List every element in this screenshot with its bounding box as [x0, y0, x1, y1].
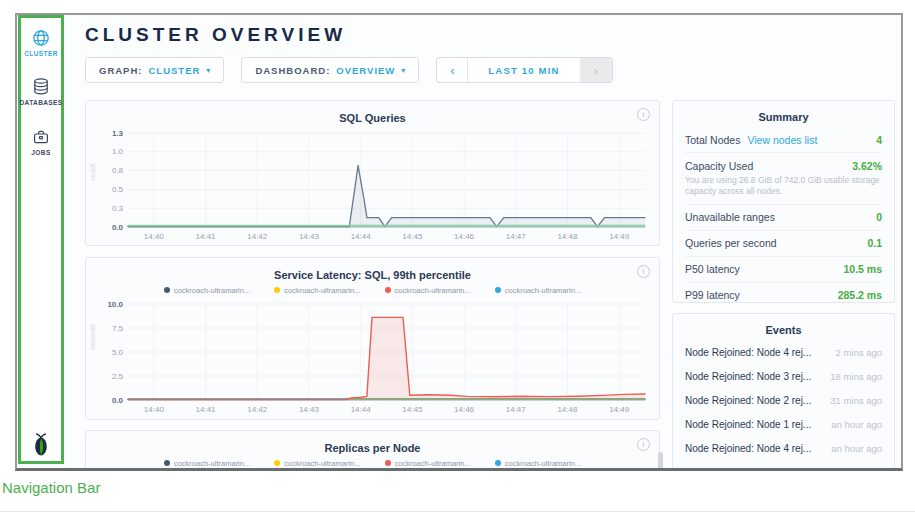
cockroachdb-logo[interactable] [30, 432, 52, 457]
x-axis-tick-label: 14:42 [247, 405, 268, 414]
sidebar-item-cluster[interactable]: CLUSTER [24, 29, 58, 57]
summary-row-value: 3.62% [852, 160, 882, 172]
sidebar-item-databases[interactable]: DATABASES [19, 77, 62, 106]
info-icon[interactable]: i [637, 108, 650, 121]
navigation-bar-annotation-label: Navigation Bar [2, 479, 100, 496]
summary-row: P50 latency10.5 ms [685, 256, 882, 282]
cluster-globe-icon [32, 29, 50, 47]
events-rows: Node Rejoined: Node 4 rej...2 mins agoNo… [673, 340, 894, 460]
y-axis-tick-label: 0.0 [112, 223, 124, 232]
chart-title: SQL Queries [339, 112, 405, 124]
summary-row-label: Total Nodes [685, 134, 740, 146]
service-latency-chart: 14:4014:4114:4214:4314:4414:4514:4614:47… [92, 298, 653, 416]
event-row: Node Rejoined: Node 4 rej...2 mins ago [685, 340, 882, 364]
cockroachdb-logo-icon [30, 432, 52, 457]
y-axis-tick-label: 0.0 [112, 396, 124, 405]
event-time: an hour ago [831, 443, 882, 454]
x-axis-tick-label: 14:47 [506, 232, 527, 241]
chevron-down-icon: ▾ [206, 66, 210, 75]
x-axis-tick-label: 14:49 [609, 232, 630, 241]
event-text: Node Rejoined: Node 1 rej... [685, 419, 811, 430]
legend-dot [495, 460, 501, 466]
legend-item: cockroach-ultramarin... [274, 457, 360, 469]
legend-dot [164, 287, 170, 293]
summary-panel: Summary Total NodesView nodes list4Capac… [672, 100, 895, 303]
dashboard-dropdown[interactable]: DASHBOARD: OVERVIEW ▾ [241, 57, 419, 83]
legend-label: cockroach-ultramarin... [174, 459, 250, 468]
sidebar-item-label: CLUSTER [24, 50, 58, 57]
y-axis-tick-label: 1.0 [112, 147, 124, 156]
time-prev-button[interactable]: ‹ [437, 58, 468, 82]
x-axis-tick-label: 14:40 [144, 405, 165, 414]
x-axis-tick-label: 14:48 [557, 232, 578, 241]
x-axis-tick-label: 14:40 [144, 232, 165, 241]
graph-dropdown[interactable]: GRAPH: CLUSTER ▾ [85, 57, 224, 83]
info-icon[interactable]: i [637, 438, 650, 451]
summary-row-value: 285.2 ms [838, 289, 882, 301]
legend-label: cockroach-ultramarin... [174, 286, 250, 295]
summary-row: Queries per second0.1 [685, 230, 882, 256]
y-axis-tick-label: 7.5 [112, 324, 124, 333]
legend-item: cockroach-ultramarin... [164, 284, 250, 296]
legend-dot [274, 287, 280, 293]
summary-row-label: Queries per second [685, 237, 777, 249]
legend-label: cockroach-ultramarin... [284, 286, 360, 295]
summary-row-label: Unavailable ranges [685, 211, 775, 223]
x-axis-tick-label: 14:45 [402, 405, 423, 414]
x-axis-tick-label: 14:44 [351, 405, 372, 414]
chart-title: Service Latency: SQL, 99th percentile [274, 269, 471, 281]
y-axis-tick-label: 2.5 [112, 372, 124, 381]
event-text: Node Rejoined: Node 4 rej... [685, 443, 811, 454]
summary-title: Summary [673, 101, 894, 127]
time-window-selector: ‹ LAST 10 MIN › [436, 57, 612, 83]
dashboard-controls: GRAPH: CLUSTER ▾ DASHBOARD: OVERVIEW ▾ ‹… [85, 57, 613, 83]
chart-legend: cockroach-ultramarin...cockroach-ultrama… [86, 284, 659, 296]
legend-dot [164, 460, 170, 466]
graph-dropdown-label: GRAPH: [99, 65, 142, 76]
summary-row: Capacity Used3.62%You are using 26.8 GiB… [685, 152, 882, 204]
time-range-label[interactable]: LAST 10 MIN [468, 58, 579, 82]
legend-item: cockroach-ultramarin... [385, 284, 471, 296]
x-axis-tick-label: 14:47 [506, 405, 527, 414]
legend-label: cockroach-ultramarin... [505, 459, 581, 468]
y-axis-label: seconds [89, 324, 96, 350]
navigation-bar-highlight: CLUSTER DATABASES [18, 15, 64, 464]
y-axis-label: count [89, 164, 96, 181]
x-axis-tick-label: 14:42 [247, 232, 268, 241]
event-time: 18 mins ago [830, 371, 882, 382]
x-axis-tick-label: 14:45 [402, 232, 423, 241]
graph-dropdown-value: CLUSTER [148, 65, 200, 76]
legend-dot [385, 287, 391, 293]
sql-queries-chart-card: SQL Queries i count 14:4014:4114:4214:43… [85, 100, 660, 246]
summary-row-label: P50 latency [685, 263, 740, 275]
y-axis-tick-label: 0.3 [112, 204, 124, 213]
summary-row: Unavailable ranges0 [685, 204, 882, 230]
y-axis-tick-label: 5.0 [112, 348, 124, 357]
legend-item: cockroach-ultramarin... [495, 457, 581, 469]
time-next-button[interactable]: › [580, 58, 612, 82]
legend-dot [385, 460, 391, 466]
summary-row-value: 0 [876, 211, 882, 223]
replicas-per-node-chart-card: Replicas per Node i cockroach-ultramarin… [85, 430, 660, 471]
event-time: 2 mins ago [836, 347, 882, 358]
page-title: CLUSTER OVERVIEW [85, 24, 346, 46]
view-nodes-link[interactable]: View nodes list [747, 134, 817, 146]
chart-title: Replicas per Node [325, 442, 421, 454]
legend-item: cockroach-ultramarin... [495, 284, 581, 296]
jobs-briefcase-icon [32, 128, 50, 146]
databases-icon [32, 77, 50, 96]
scrollbar-thumb[interactable] [658, 452, 663, 469]
x-axis-tick-label: 14:46 [454, 405, 475, 414]
sidebar-item-jobs[interactable]: JOBS [31, 128, 50, 156]
summary-row-label: Capacity Used [685, 160, 753, 172]
summary-row-subtext: You are using 26.8 GiB of 742.0 GiB usab… [685, 175, 882, 198]
event-time: an hour ago [831, 419, 882, 430]
info-icon[interactable]: i [637, 265, 650, 278]
chart-legend: cockroach-ultramarin...cockroach-ultrama… [86, 457, 659, 469]
event-text: Node Rejoined: Node 2 rej... [685, 395, 811, 406]
summary-row: P99 latency285.2 ms [685, 282, 882, 308]
y-axis-tick-label: 1.3 [112, 129, 124, 138]
navigation-bar: CLUSTER DATABASES [21, 18, 61, 461]
summary-row-value: 4 [876, 134, 882, 146]
x-axis-tick-label: 14:44 [351, 232, 372, 241]
